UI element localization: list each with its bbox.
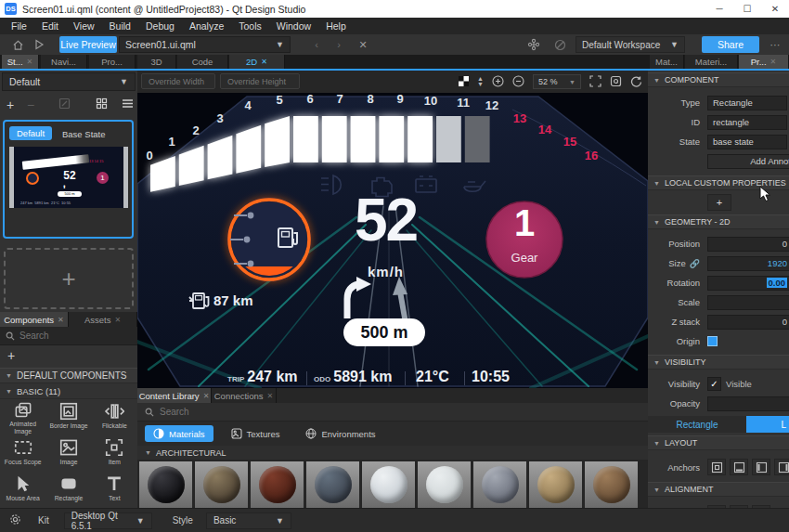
default-components-header[interactable]: ▼ DEFAULT COMPONENTS — [0, 368, 137, 383]
material-thumbnail-0[interactable] — [139, 461, 192, 508]
run-project-icon[interactable] — [30, 34, 48, 55]
maximize-button[interactable]: ☐ — [733, 0, 761, 18]
spinner-icon[interactable]: ▲▼ — [477, 76, 484, 87]
id-field[interactable]: rectangle — [707, 115, 787, 130]
edit-state-icon[interactable] — [54, 97, 74, 112]
remove-state-icon[interactable]: − — [20, 97, 41, 112]
tab-states[interactable]: St...✕ — [2, 55, 39, 69]
close-button[interactable]: ✕ — [761, 0, 789, 18]
type-field[interactable]: Rectangle — [707, 96, 787, 110]
state-default-tag[interactable]: Default — [9, 126, 52, 140]
size-width-field[interactable]: 1920 — [707, 256, 789, 271]
close-document-icon[interactable]: ✕ — [355, 34, 371, 55]
subtab-layout[interactable]: L — [746, 416, 789, 433]
home-icon[interactable] — [7, 34, 28, 55]
content-library-search[interactable] — [137, 403, 648, 422]
add-annotation-button[interactable]: Add Annot — [707, 154, 789, 169]
menu-item-file[interactable]: File — [4, 20, 34, 32]
grid-view-icon[interactable] — [91, 97, 111, 112]
menu-item-edit[interactable]: Edit — [34, 20, 66, 32]
add-custom-property-button[interactable]: + — [707, 194, 731, 211]
workspace-selector[interactable]: Default Workspace ▼ — [576, 36, 685, 53]
back-icon[interactable]: ‹ — [308, 34, 325, 55]
component-section-header[interactable]: ▼COMPONENT — [648, 72, 789, 87]
add-state-placeholder[interactable]: + — [4, 248, 134, 309]
state-field[interactable]: base state — [707, 135, 787, 149]
state-card-default[interactable]: Default Base State 13 14 15 52 1 ⬆ 500 m… — [3, 120, 134, 239]
add-state-icon[interactable]: + — [0, 97, 20, 112]
origin-center-button[interactable] — [707, 336, 718, 346]
zstack-field[interactable]: 0 — [707, 315, 789, 330]
material-thumbnail-3[interactable] — [306, 461, 359, 508]
architectural-section-header[interactable]: ▼ ARCHITECTURAL — [137, 446, 648, 460]
material-thumbnail-6[interactable] — [473, 461, 526, 508]
visibility-section-header[interactable]: ▼VISIBILITY — [648, 355, 789, 370]
state-thumbnail[interactable]: 13 14 15 52 1 ⬆ 500 m 247 km 5891 km 21°… — [9, 147, 128, 208]
anchor-right-button[interactable] — [774, 459, 789, 475]
reset-view-icon[interactable] — [610, 75, 622, 89]
material-thumbnail-4[interactable] — [362, 461, 415, 508]
zoom-in-icon[interactable] — [492, 75, 504, 89]
style-selector[interactable]: Basic▼ — [206, 513, 291, 529]
anchor-fill-button[interactable] — [707, 459, 726, 475]
menu-item-analyze[interactable]: Analyze — [182, 20, 231, 32]
tab-connections[interactable]: Connections✕ — [212, 388, 277, 403]
filter-environments[interactable]: Environments — [297, 425, 383, 442]
filter-materials[interactable]: Materials — [145, 425, 213, 442]
minimize-button[interactable]: ─ — [705, 0, 733, 18]
tab-components[interactable]: Components✕ — [0, 312, 69, 327]
menu-item-window[interactable]: Window — [269, 20, 318, 32]
canvas-color-icon[interactable] — [459, 76, 469, 88]
link-icon[interactable]: 🔗 — [690, 259, 700, 268]
component-item-focus-scope[interactable]: Focus Scope — [0, 435, 45, 472]
close-icon[interactable]: ✕ — [27, 58, 33, 66]
material-thumbnail-2[interactable] — [251, 461, 304, 508]
tab-material-editor[interactable]: Materi... — [685, 55, 738, 69]
menu-item-help[interactable]: Help — [318, 20, 354, 32]
close-icon[interactable]: ✕ — [770, 58, 777, 66]
alignment-section-header[interactable]: ▼ALIGNMENT — [648, 482, 789, 497]
list-view-icon[interactable] — [117, 97, 137, 112]
tab-assets[interactable]: Assets✕ — [69, 312, 137, 327]
menu-item-build[interactable]: Build — [102, 20, 138, 32]
position-x-field[interactable]: 0 — [707, 237, 789, 252]
tab-code[interactable]: Code — [177, 55, 228, 69]
tab-content-library[interactable]: Content Library✕ — [137, 388, 212, 403]
scale-field[interactable] — [707, 295, 789, 310]
anchor-left-button[interactable] — [752, 459, 770, 475]
share-graph-icon[interactable] — [524, 34, 543, 55]
opacity-field[interactable] — [707, 396, 789, 411]
fit-screen-icon[interactable] — [589, 75, 601, 89]
override-width-field[interactable] — [141, 73, 215, 89]
subtab-rectangle[interactable]: Rectangle — [648, 416, 746, 433]
disabled-circle-icon[interactable] — [550, 34, 569, 55]
component-item-image[interactable]: Image — [45, 435, 91, 472]
anchor-bottom-button[interactable] — [730, 459, 748, 475]
material-thumbnail-7[interactable] — [529, 461, 582, 508]
material-thumbnail-8[interactable] — [585, 461, 638, 508]
menu-item-tools[interactable]: Tools — [231, 20, 269, 32]
component-item-rectangle[interactable]: Rectangle — [45, 472, 91, 508]
components-search-input[interactable] — [19, 331, 112, 341]
basic-group-header[interactable]: ▼ BASIC (11) — [0, 383, 137, 399]
document-selector[interactable]: Screen01.ui.qml ▼ — [119, 36, 291, 53]
more-options-icon[interactable]: ⋯ — [767, 34, 783, 55]
geometry-section-header[interactable]: ▼GEOMETRY - 2D — [648, 214, 789, 229]
menu-item-debug[interactable]: Debug — [138, 20, 182, 32]
material-thumbnail-1[interactable] — [195, 461, 248, 508]
tab-navigator[interactable]: Navi... — [41, 55, 87, 69]
tab-2d[interactable]: 2D✕ — [229, 55, 285, 69]
override-height-field[interactable] — [220, 73, 300, 89]
rotation-field[interactable]: 0.00 — [707, 276, 789, 291]
kit-selector[interactable]: Desktop Qt 6.5.1▼ — [64, 513, 152, 529]
tab-material-browser[interactable]: Mat... — [650, 55, 684, 69]
settings-gear-icon[interactable] — [9, 513, 21, 527]
material-thumbnail-5[interactable] — [418, 461, 471, 508]
refresh-icon[interactable] — [630, 75, 642, 89]
component-item-flickable[interactable]: Flickable — [92, 399, 137, 435]
component-item-border-image[interactable]: Border Image — [45, 399, 91, 435]
layout-section-header[interactable]: ▼LAYOUT — [648, 435, 789, 450]
live-preview-button[interactable]: Live Preview — [59, 36, 117, 53]
component-item-item[interactable]: Item — [92, 435, 137, 472]
share-button[interactable]: Share — [702, 36, 759, 53]
